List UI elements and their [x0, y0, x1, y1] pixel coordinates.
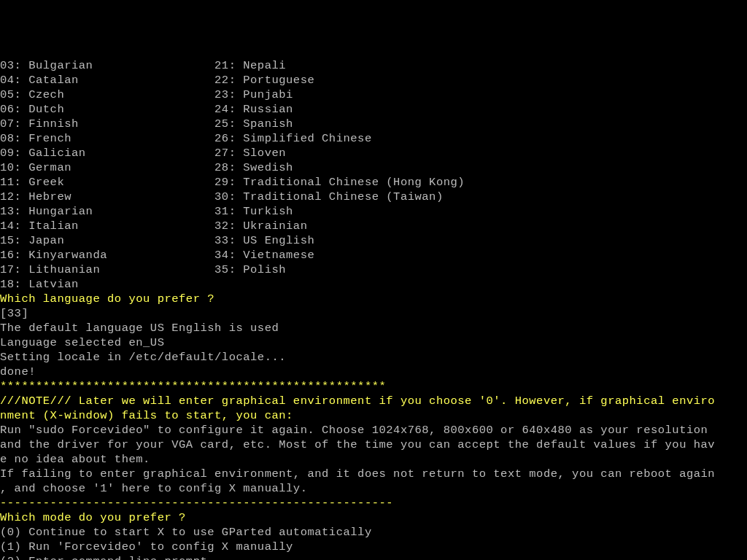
language-option-row: 15: Japan 33: US English — [0, 233, 747, 248]
language-option-row: 09: Galician 27: Sloven — [0, 146, 747, 160]
language-option-row: 17: Lithuanian 35: Polish — [0, 262, 747, 277]
separator-stars: ****************************************… — [0, 379, 747, 394]
separator-dashes: ----------------------------------------… — [0, 496, 747, 510]
language-selected-msg: Language selected en_US — [0, 335, 747, 350]
note-instructions-5: , and choose '1' here to config X manual… — [0, 481, 747, 496]
mode-option-0: (0) Continue to start X to use GParted a… — [0, 525, 747, 540]
locale-setting-msg: Setting locale in /etc/default/locale... — [0, 350, 747, 365]
language-option-row: 14: Italian 32: Ukrainian — [0, 219, 747, 233]
note-line-1: ///NOTE/// Later we will enter graphical… — [0, 394, 747, 408]
language-option-row: 10: German 28: Swedish — [0, 160, 747, 175]
language-option-row: 03: Bulgarian 21: Nepali — [0, 58, 747, 73]
language-option-row: 18: Latvian — [0, 277, 747, 292]
note-instructions-4: If failing to enter graphical environmen… — [0, 467, 747, 481]
mode-option-2: (2) Enter command line prompt — [0, 554, 747, 560]
locale-done-msg: done! — [0, 365, 747, 379]
note-instructions-2: and the driver for your VGA card, etc. M… — [0, 438, 747, 452]
language-option-row: 08: French 26: Simplified Chinese — [0, 131, 747, 146]
language-option-row: 05: Czech 23: Punjabi — [0, 88, 747, 102]
mode-option-1: (1) Run 'Forcevideo' to config X manuall… — [0, 540, 747, 554]
language-prompt: Which language do you prefer ? — [0, 292, 747, 306]
language-option-row: 11: Greek 29: Traditional Chinese (Hong … — [0, 175, 747, 190]
note-instructions-3: e no idea about them. — [0, 452, 747, 467]
language-option-row: 07: Finnish 25: Spanish — [0, 117, 747, 131]
note-instructions-1: Run "sudo Forcevideo" to configure it ag… — [0, 423, 747, 438]
terminal-screen[interactable]: 03: Bulgarian 21: Nepali04: Catalan 22: … — [0, 58, 747, 560]
language-option-row: 04: Catalan 22: Portuguese — [0, 73, 747, 88]
language-input-echo: [33] — [0, 306, 747, 321]
language-option-row: 13: Hungarian 31: Turkish — [0, 204, 747, 219]
language-option-row: 06: Dutch 24: Russian — [0, 102, 747, 117]
language-option-row: 12: Hebrew 30: Traditional Chinese (Taiw… — [0, 190, 747, 204]
mode-prompt: Which mode do you prefer ? — [0, 510, 747, 525]
note-line-2: nment (X-window) fails to start, you can… — [0, 408, 747, 423]
language-default-msg: The default language US English is used — [0, 321, 747, 335]
language-option-row: 16: Kinyarwanda 34: Vietnamese — [0, 248, 747, 262]
